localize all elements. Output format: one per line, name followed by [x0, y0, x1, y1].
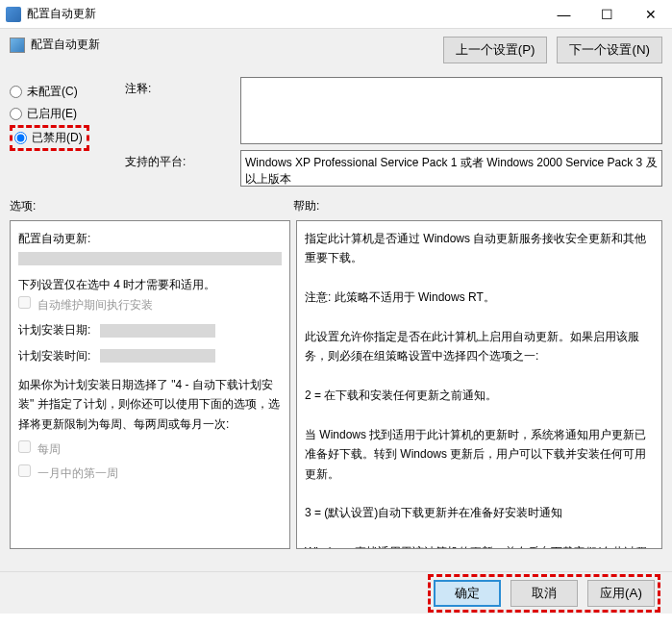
radio-not-configured[interactable]: 未配置(C): [10, 81, 115, 103]
app-icon: [6, 7, 21, 22]
minimize-button[interactable]: —: [542, 0, 585, 29]
radio-group: 未配置(C) 已启用(E) 已禁用(D): [10, 81, 115, 151]
options-pane[interactable]: 配置自动更新: 下列设置仅在选中 4 时才需要和适用。 自动维护期间执行安装 计…: [10, 220, 290, 549]
supported-text[interactable]: Windows XP Professional Service Pack 1 或…: [240, 150, 662, 187]
titlebar: 配置自动更新 — ☐ ✕: [0, 0, 672, 29]
radio-enabled-input[interactable]: [10, 108, 22, 120]
weekly-row: 每周: [18, 439, 282, 459]
help-p1: 指定此计算机是否通过 Windows 自动更新服务接收安全更新和其他重要下载。: [305, 229, 654, 268]
close-button[interactable]: ✕: [629, 0, 672, 29]
options-note: 下列设置仅在选中 4 时才需要和适用。: [18, 275, 282, 294]
radio-not-configured-label: 未配置(C): [27, 84, 78, 100]
comment-label: 注释:: [125, 77, 231, 144]
sched-day-dropdown[interactable]: [100, 324, 215, 338]
sched-time-label: 计划安装时间:: [18, 349, 90, 363]
help-p4: 2 = 在下载和安装任何更新之前通知。: [305, 386, 654, 405]
first-week-label: 一月中的第一周: [37, 466, 118, 480]
policy-icon: [10, 38, 25, 53]
comment-textarea[interactable]: [240, 77, 662, 144]
auto-maint-row: 自动维护期间执行安装: [18, 295, 282, 314]
sched-time-dropdown[interactable]: [100, 349, 215, 363]
radio-enabled[interactable]: 已启用(E): [10, 103, 115, 125]
header-title: 配置自动更新: [31, 37, 100, 53]
footer-highlight: 确定 取消 应用(A): [428, 574, 660, 613]
radio-disabled[interactable]: 已禁用(D): [14, 130, 83, 146]
options-title: 配置自动更新:: [18, 229, 282, 248]
supported-label: 支持的平台:: [125, 150, 231, 187]
sched-day-label: 计划安装日期:: [18, 323, 90, 337]
weekly-label: 每周: [37, 442, 61, 456]
help-p6: 3 = (默认设置)自动下载更新并在准备好安装时通知: [305, 503, 654, 522]
weekly-checkbox: [18, 440, 31, 453]
apply-button[interactable]: 应用(A): [587, 580, 655, 607]
help-p3: 此设置允许你指定是否在此计算机上启用自动更新。如果启用该服务，则必须在组策略设置…: [305, 327, 654, 366]
maximize-button[interactable]: ☐: [585, 0, 629, 29]
ok-button[interactable]: 确定: [434, 580, 501, 607]
help-pane[interactable]: 指定此计算机是否通过 Windows 自动更新服务接收安全更新和其他重要下载。 …: [296, 220, 662, 549]
header-row: 配置自动更新 上一个设置(P) 下一个设置(N): [10, 37, 662, 63]
help-p7: Windows 查找适用于该计算机的更新，并在后台下载它们(在此过程中，用户不会…: [305, 542, 654, 549]
next-setting-button[interactable]: 下一个设置(N): [557, 37, 662, 63]
sched-time-row: 计划安装时间:: [18, 346, 282, 365]
help-p5: 当 Windows 找到适用于此计算机的更新时，系统将通知用户更新已准备好下载。…: [305, 425, 654, 484]
first-week-checkbox: [18, 464, 31, 477]
radio-enabled-label: 已启用(E): [27, 106, 77, 122]
cancel-button[interactable]: 取消: [510, 580, 578, 607]
radio-disabled-input[interactable]: [14, 132, 27, 144]
footer: 确定 取消 应用(A): [0, 571, 672, 614]
auto-maint-checkbox: [18, 296, 31, 309]
options-long-note: 如果你为计划安装日期选择了 "4 - 自动下载计划安装" 并指定了计划，则你还可…: [18, 375, 282, 434]
window-title: 配置自动更新: [27, 6, 542, 22]
disabled-highlight: 已禁用(D): [10, 125, 89, 151]
first-week-row: 一月中的第一周: [18, 464, 282, 483]
previous-setting-button[interactable]: 上一个设置(P): [443, 37, 548, 63]
content-area: 配置自动更新 上一个设置(P) 下一个设置(N) 未配置(C) 已启用(E) 已: [0, 29, 672, 571]
help-label: 帮助:: [293, 198, 662, 214]
help-p2: 注意: 此策略不适用于 Windows RT。: [305, 288, 654, 307]
sched-day-row: 计划安装日期:: [18, 320, 282, 339]
radio-disabled-label: 已禁用(D): [32, 130, 83, 146]
auto-maint-label: 自动维护期间执行安装: [37, 298, 153, 312]
options-dropdown[interactable]: [18, 252, 282, 265]
options-label: 选项:: [10, 198, 293, 214]
radio-not-configured-input[interactable]: [10, 86, 22, 98]
